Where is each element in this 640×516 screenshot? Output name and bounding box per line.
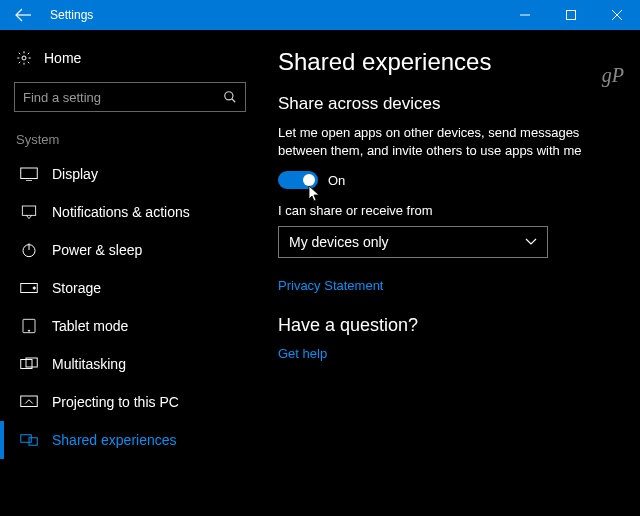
display-icon [20,167,38,181]
projecting-icon [20,395,38,409]
cursor-icon [308,185,322,203]
share-from-label: I can share or receive from [278,203,616,218]
minimize-button[interactable] [502,0,548,30]
sidebar-item-shared-experiences[interactable]: Shared experiences [0,421,260,459]
shared-icon [20,433,38,447]
close-button[interactable] [594,0,640,30]
sidebar-item-label: Tablet mode [52,318,128,334]
svg-point-1 [22,56,26,60]
svg-rect-12 [21,396,38,407]
toggle-description: Let me open apps on other devices, send … [278,124,616,159]
sidebar-item-projecting[interactable]: Projecting to this PC [0,383,260,421]
sidebar-item-storage[interactable]: Storage [0,269,260,307]
privacy-link[interactable]: Privacy Statement [278,278,616,293]
sidebar-item-label: Shared experiences [52,432,177,448]
sidebar-item-label: Notifications & actions [52,204,190,220]
share-from-select[interactable]: My devices only [278,226,548,258]
svg-point-2 [225,92,233,100]
notification-icon [20,204,38,220]
sidebar-item-label: Storage [52,280,101,296]
home-button[interactable]: Home [0,44,260,76]
titlebar: Settings [0,0,640,30]
get-help-link[interactable]: Get help [278,346,616,361]
power-icon [20,242,38,258]
sidebar-item-multitasking[interactable]: Multitasking [0,345,260,383]
sidebar-item-label: Multitasking [52,356,126,372]
home-label: Home [44,50,81,66]
sidebar-item-label: Projecting to this PC [52,394,179,410]
svg-rect-3 [21,168,38,179]
settings-window: Settings gP Home [0,0,640,516]
content-pane: Shared experiences Share across devices … [260,30,640,516]
sidebar-item-tablet[interactable]: Tablet mode [0,307,260,345]
svg-rect-13 [21,435,32,443]
svg-rect-0 [567,11,576,20]
svg-point-9 [28,330,29,331]
tablet-icon [20,318,38,334]
page-title: Shared experiences [278,48,616,76]
sidebar-item-power[interactable]: Power & sleep [0,231,260,269]
sidebar-item-display[interactable]: Display [0,155,260,193]
select-value: My devices only [289,234,389,250]
search-placeholder: Find a setting [23,90,223,105]
svg-point-7 [33,287,35,289]
svg-rect-14 [29,438,37,446]
sidebar: Home Find a setting System Display No [0,30,260,516]
search-input[interactable]: Find a setting [14,82,246,112]
svg-rect-4 [22,206,35,215]
chevron-down-icon [525,238,537,246]
search-icon [223,90,237,104]
sidebar-item-label: Display [52,166,98,182]
window-title: Settings [46,8,502,22]
sidebar-item-label: Power & sleep [52,242,142,258]
maximize-button[interactable] [548,0,594,30]
back-button[interactable] [0,0,46,30]
toggle-state-label: On [328,173,345,188]
section-share-across: Share across devices [278,94,616,114]
window-controls [502,0,640,30]
multitasking-icon [20,357,38,371]
storage-icon [20,282,38,294]
sidebar-item-notifications[interactable]: Notifications & actions [0,193,260,231]
gear-icon [16,50,32,66]
group-label-system: System [0,128,260,155]
question-heading: Have a question? [278,315,616,336]
